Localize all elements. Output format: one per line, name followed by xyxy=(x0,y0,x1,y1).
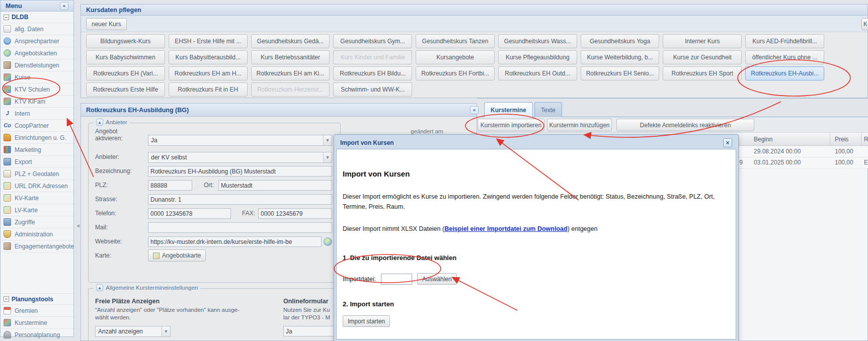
course-button[interactable]: Kurs AED-Frühdefibrill... xyxy=(745,34,824,48)
sidebar-item[interactable]: Administration xyxy=(1,228,73,240)
fieldset-collapse-icon[interactable]: ▲ xyxy=(96,119,103,126)
kurstermin-importieren-button[interactable]: Kurstermin importieren xyxy=(478,119,544,131)
course-button[interactable]: Kurse Pflegeausbildung xyxy=(498,50,577,64)
angebotskarte-button[interactable]: Angebotskarte xyxy=(148,249,206,262)
sidebar-group-dldb[interactable]: DLDB xyxy=(1,12,73,23)
course-button[interactable]: Rotkreuzkurs EH (Vari... xyxy=(86,66,165,80)
course-button-label: Schwimm- und WW-K... xyxy=(341,86,405,93)
sidebar-item[interactable]: Gremien xyxy=(1,305,73,317)
course-button[interactable]: Kurse zur Gesundheit xyxy=(663,50,742,64)
strasse-input[interactable] xyxy=(148,194,332,205)
geaendert-am-label: geändert am xyxy=(411,128,443,134)
sidebar-item[interactable]: KTV Schulen xyxy=(1,83,73,96)
webseite-input[interactable] xyxy=(148,236,322,247)
bezeichnung-input[interactable] xyxy=(148,166,332,177)
course-button[interactable]: Rotkreuzkurs Erste Hilfe xyxy=(86,82,165,97)
course-button[interactable]: Rotkreuzkurs EH Senio... xyxy=(581,66,660,80)
importdatei-download-link[interactable]: Beispiel einer Importdatei zum Download xyxy=(444,225,567,232)
defekte-anmeldelinks-button[interactable]: Defekte Anmeldelinks reaktivieren xyxy=(616,119,754,131)
tab-texte[interactable]: Texte xyxy=(534,102,562,117)
sidebar-item[interactable]: Ansprechpartner xyxy=(1,35,73,47)
sidebar-item-icon xyxy=(4,86,11,93)
sidebar-item[interactable]: KTV KiFam xyxy=(1,96,73,108)
anbieter-select[interactable]: der KV selbst▼ xyxy=(148,152,332,163)
plz-input[interactable] xyxy=(148,180,192,191)
new-course-button[interactable]: neuer Kurs xyxy=(86,18,127,30)
modal-titlebar[interactable]: Import von Kursen × xyxy=(336,137,736,149)
course-button[interactable]: Bildungswerk-Kurs xyxy=(86,34,165,48)
sidebar-item[interactable]: Kurse xyxy=(1,71,73,83)
course-button[interactable]: Kurse Weiterbildung, b... xyxy=(581,50,660,64)
course-button[interactable]: Rotkreuzkurs Fit in EH xyxy=(169,82,248,97)
course-detail-header: Rotkreuzkurs EH-Ausbildung (BG) « xyxy=(81,104,477,117)
close-icon[interactable]: × xyxy=(723,138,732,147)
course-button[interactable]: EHSH - Erste Hilfe mit ... xyxy=(169,34,248,48)
course-button[interactable]: Schwimm- und WW-K... xyxy=(333,82,412,97)
course-button[interactable]: Kurs Kinder und Familie xyxy=(333,50,412,64)
course-button[interactable]: Rotkreuzkurs EH am Ki... xyxy=(251,66,330,80)
angebot-select[interactable]: Ja▼ xyxy=(148,135,332,146)
sidebar-item[interactable]: PLZ + Geodaten xyxy=(1,168,73,180)
course-button[interactable]: Kurs Babysitterausbild... xyxy=(169,50,248,64)
course-button[interactable]: Rotkreuzkurs EH Fortbi... xyxy=(416,66,495,80)
fieldset-collapse-icon[interactable]: ▲ xyxy=(96,284,103,291)
course-button[interactable]: öffentlicher Kurs ohne ... xyxy=(745,50,824,64)
course-button[interactable]: Rotkreuzkurs EH Bildu... xyxy=(333,66,412,80)
sidebar-item[interactable]: Marketing xyxy=(1,144,73,156)
sidebar-collapse-icon[interactable]: « xyxy=(60,2,68,10)
collapse-minus-icon[interactable] xyxy=(4,296,9,302)
collapse-minus-icon[interactable] xyxy=(4,15,9,20)
sidebar-group-planungstools[interactable]: Planungstools xyxy=(1,293,73,305)
column-header-preis[interactable]: Preis xyxy=(830,133,861,146)
course-button[interactable]: Gesundheitskurs Gym... xyxy=(333,34,412,48)
course-button[interactable]: Kursangebote xyxy=(416,50,495,64)
sidebar-item[interactable]: Dienstleistungen xyxy=(1,59,73,71)
course-button-label: Kurs Betriebssanitäter xyxy=(261,54,320,61)
telefon-input[interactable] xyxy=(148,208,231,219)
tab-kurstermine[interactable]: Kurstermine xyxy=(484,102,533,117)
course-button[interactable]: Interner Kurs xyxy=(663,34,742,48)
anzahl-anzeigen-select[interactable]: Anzahl anzeigen▼ xyxy=(95,326,171,337)
sidebar-item[interactable]: KV-Karte xyxy=(1,192,73,204)
course-button[interactable]: Gesundheitskurs Tanzen xyxy=(416,34,495,48)
course-button[interactable]: Rotkreuzkurs EH Sport xyxy=(663,66,742,80)
sidebar-item[interactable]: Kurstermine xyxy=(1,317,73,329)
column-header-beginn[interactable]: Beginn xyxy=(744,133,830,146)
course-button[interactable]: Kurs Babyschwimmen xyxy=(86,50,165,64)
sidebar-item[interactable]: Einrichtungen u. G. xyxy=(1,132,73,144)
course-button-label: Kurse Pflegeausbildung xyxy=(506,54,570,61)
course-button[interactable]: Gesundheitskurs Gedä... xyxy=(251,34,330,48)
importdatei-input[interactable] xyxy=(381,274,412,285)
sidebar-item[interactable]: LV-Karte xyxy=(1,204,73,216)
globe-icon[interactable] xyxy=(324,237,332,246)
sidebar-item[interactable]: J Intern xyxy=(1,108,73,120)
auswaehlen-button[interactable]: Auswählen xyxy=(417,273,457,285)
course-button[interactable]: Gesundheitskurs Yoga xyxy=(581,34,660,48)
sidebar-item[interactable]: URL DRK Adressen xyxy=(1,180,73,192)
angebot-label: Angebot aktivieren: xyxy=(95,128,145,142)
sidebar-menu: allg. Daten Ansprechpartner Angebotskart… xyxy=(1,23,73,252)
course-button[interactable]: Kurs Betriebssanitäter xyxy=(251,50,330,64)
column-header-partial[interactable]: R xyxy=(861,133,868,146)
course-button[interactable]: Gesundheitskurs Wass... xyxy=(498,34,577,48)
course-button[interactable]: Rotkreuzkurs EH Outd... xyxy=(498,66,577,80)
kurstermin-hinzufuegen-button[interactable]: Kurstermin hinzufügen xyxy=(547,119,612,131)
sidebar-item-icon xyxy=(4,170,11,178)
sidebar-item[interactable]: Export xyxy=(1,156,73,168)
sidebar-item[interactable]: Angebotskarten xyxy=(1,47,73,59)
sidebar-item[interactable]: Zugriffe xyxy=(1,216,73,228)
panel-collapse-icon[interactable]: « xyxy=(470,106,479,114)
ort-input[interactable] xyxy=(218,180,332,191)
partial-clipped-button[interactable]: K xyxy=(861,18,868,30)
sidebar-item[interactable]: allg. Daten xyxy=(1,23,73,35)
sidebar-item[interactable]: Co CoopPartner xyxy=(1,120,73,132)
fax-input[interactable] xyxy=(258,208,332,219)
course-button[interactable]: Rotkreuzkurs EH am H... xyxy=(169,66,248,80)
course-button[interactable]: Rotkreuzkurs Herzensr... xyxy=(251,82,330,97)
sidebar-item[interactable]: Personalplanung xyxy=(1,329,73,341)
mail-input[interactable] xyxy=(148,222,332,233)
import-starten-button[interactable]: Import starten xyxy=(343,315,390,327)
splitter-collapse-icon[interactable]: ◄ xyxy=(75,223,81,228)
course-button[interactable]: Rotkreuzkurs EH-Ausbi... xyxy=(745,66,824,80)
sidebar-item[interactable]: Engagementangebote xyxy=(1,240,73,252)
